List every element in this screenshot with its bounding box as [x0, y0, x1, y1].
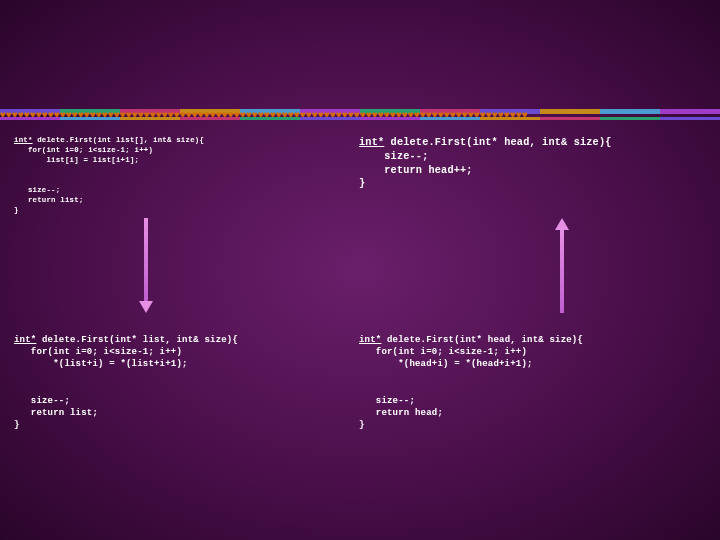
signature: delete.First(int list[], int& size){	[33, 136, 205, 144]
keyword: int*	[14, 136, 33, 144]
content-area: int* delete.First(int list[], int& size)…	[0, 128, 720, 431]
top-row: int* delete.First(int list[], int& size)…	[0, 136, 720, 216]
arrow-down-icon	[139, 218, 153, 313]
arrows-row	[0, 216, 720, 326]
signature: delete.First(int* head, int& size){	[381, 335, 583, 345]
code-block-bottom-left: int* delete.First(int* list, int& size){…	[0, 334, 345, 431]
signature: delete.First(int* head, int& size){	[384, 137, 611, 148]
border-segments-bottom	[0, 117, 720, 120]
keyword: int*	[359, 137, 384, 148]
body: size--; return head++; }	[359, 151, 473, 190]
keyword: int*	[14, 335, 36, 345]
body: for(int i=0; i<size-1; i++) *(list+i) = …	[14, 347, 188, 430]
code-block-top-right: int* delete.First(int* head, int& size){…	[345, 136, 720, 216]
decorative-border: ♥♥♥♥♥♥♥♥♥♥♥♥♥♥♥♥♥♥♥♥♥♥♥♥♥♥♥♥♥♥♥♥♥♥♥♥♥♥♥♥…	[0, 109, 720, 121]
keyword: int*	[359, 335, 381, 345]
slide: ♥♥♥♥♥♥♥♥♥♥♥♥♥♥♥♥♥♥♥♥♥♥♥♥♥♥♥♥♥♥♥♥♥♥♥♥♥♥♥♥…	[0, 0, 720, 540]
body: for(int i=0; i<size-1; i++) *(head+i) = …	[359, 347, 533, 430]
body: for(int i=0; i<size-1; i++) list[i] = li…	[14, 146, 153, 214]
bottom-row: int* delete.First(int* list, int& size){…	[0, 334, 720, 431]
code-block-bottom-right: int* delete.First(int* head, int& size){…	[345, 334, 720, 431]
code-block-top-left: int* delete.First(int list[], int& size)…	[0, 136, 345, 216]
signature: delete.First(int* list, int& size){	[36, 335, 238, 345]
arrow-up-icon	[555, 218, 569, 313]
